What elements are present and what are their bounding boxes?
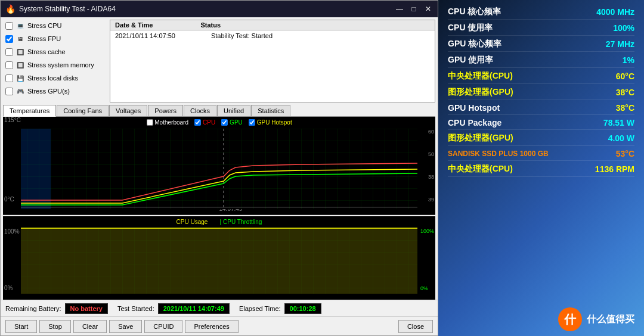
stress-gpu-checkbox[interactable] (5, 88, 13, 95)
stat-gpu-usage-label: GPU 使用率 (448, 55, 493, 66)
minimize-button[interactable]: — (395, 4, 404, 14)
fpu-icon: 🖥 (16, 34, 25, 43)
cpuid-button[interactable]: CPUID (144, 320, 182, 333)
right-panel: CPU 核心频率 4000 MHz CPU 使用率 100% GPU 核心频率 … (438, 0, 644, 336)
cache-icon: 🔲 (16, 47, 25, 57)
close-button[interactable]: ✕ (423, 4, 433, 14)
cpu-icon: 💻 (16, 21, 25, 30)
log-header: Date & Time Status (110, 20, 435, 30)
stat-gpu-usage-value: 1% (623, 55, 634, 65)
svg-rect-3 (21, 129, 51, 209)
stat-cpu-freq-label: CPU 核心频率 (448, 7, 501, 17)
log-entry: 2021/10/11 14:07:50 Stability Test: Star… (110, 30, 435, 41)
stat-gpu-temp-value: 38°C (616, 88, 634, 97)
main-window: 🔥 System Stability Test - AIDA64 — □ ✕ 💻… (0, 0, 438, 336)
watermark: 什 什么值得买 (448, 307, 634, 331)
stat-ssd-temp: SANDISK SSD PLUS 1000 GB 53°C (448, 147, 634, 161)
svg-rect-1 (21, 129, 417, 209)
log-entry-time: 2021/10/11 14:07:50 (115, 32, 175, 39)
stress-memory-checkbox[interactable] (5, 61, 13, 69)
stat-gpu-hotspot: GPU Hotspot 38°C (448, 101, 634, 115)
sidebar: 💻 Stress CPU 🖥 Stress FPU 🔲 Stress cache… (3, 20, 107, 102)
stat-cpu-fan-label: 中央处理器(CPU) (448, 164, 513, 175)
elapsed-value: 00:10:28 (284, 303, 321, 314)
tab-statistics[interactable]: Statistics (251, 105, 290, 116)
stat-cpu-freq: CPU 核心频率 4000 MHz (448, 5, 634, 20)
stat-cpu-fan: 中央处理器(CPU) 1136 RPM (448, 162, 634, 177)
watermark-site-name: 什么值得买 (587, 313, 634, 326)
stats-grid: CPU 核心频率 4000 MHz CPU 使用率 100% GPU 核心频率 … (448, 5, 634, 177)
stress-memory-item: 🔲 Stress system memory (3, 59, 107, 71)
stat-cpu-temp-label: 中央处理器(CPU) (448, 71, 513, 82)
cpu-usage-chart: CPU Usage | CPU Throttling 100% 0% 100% … (3, 216, 435, 300)
temperature-chart: Motherboard CPU GPU GPU Hotspot 115°C (3, 117, 435, 215)
app-icon: 🔥 (5, 4, 16, 14)
start-button[interactable]: Start (5, 320, 37, 333)
stress-fpu-item: 🖥 Stress FPU (3, 33, 107, 45)
stress-fpu-label: Stress FPU (27, 35, 61, 42)
stat-cpu-usage-value: 100% (613, 23, 634, 33)
tab-unified[interactable]: Unified (217, 105, 250, 116)
stat-gpu-freq-value: 27 MHz (606, 39, 634, 49)
tab-temperatures[interactable]: Temperatures (3, 105, 56, 117)
stat-cpu-temp: 中央处理器(CPU) 60°C (448, 69, 634, 84)
tab-powers[interactable]: Powers (148, 105, 183, 116)
stress-cache-item: 🔲 Stress cache (3, 46, 107, 58)
stress-cache-label: Stress cache (27, 48, 66, 55)
stat-cpu-package: CPU Package 78.51 W (448, 116, 634, 130)
stress-cpu-checkbox[interactable] (5, 22, 13, 30)
stat-gpu-power-value: 4.00 W (608, 133, 634, 143)
stat-gpu-power-label: 图形处理器(GPU) (448, 133, 513, 144)
stat-gpu-temp-label: 图形处理器(GPU) (448, 87, 513, 98)
maximize-button[interactable]: □ (409, 4, 419, 14)
stat-gpu-power: 图形处理器(GPU) 4.00 W (448, 131, 634, 146)
watermark-icon: 什 (558, 307, 582, 331)
stat-gpu-freq: GPU 核心频率 27 MHz (448, 37, 634, 52)
battery-value: No battery (65, 303, 108, 314)
stress-fpu-checkbox[interactable] (5, 35, 13, 43)
cpu-chart-svg (3, 216, 435, 300)
stat-gpu-hotspot-label: GPU Hotspot (448, 103, 500, 113)
temp-chart-svg (3, 117, 435, 214)
stress-memory-label: Stress system memory (27, 61, 94, 69)
stat-ssd-temp-label: SANDISK SSD PLUS 1000 GB (448, 150, 549, 158)
stat-cpu-usage: CPU 使用率 100% (448, 21, 634, 36)
save-button[interactable]: Save (109, 320, 142, 333)
battery-label: Remaining Battery: (5, 305, 61, 312)
tab-cooling-fans[interactable]: Cooling Fans (57, 105, 109, 116)
title-bar: 🔥 System Stability Test - AIDA64 — □ ✕ (1, 1, 438, 17)
tab-clocks[interactable]: Clocks (184, 105, 216, 116)
log-entry-status: Stability Test: Started (211, 32, 273, 39)
stat-cpu-package-label: CPU Package (448, 118, 501, 127)
window-title: System Stability Test - AIDA64 (19, 5, 391, 13)
log-col-datetime: Date & Time (115, 21, 153, 29)
stress-cache-checkbox[interactable] (5, 48, 13, 56)
test-started-label: Test Started: (117, 305, 154, 312)
tabs-bar: Temperatures Cooling Fans Voltages Power… (3, 105, 435, 117)
tab-voltages[interactable]: Voltages (109, 105, 147, 116)
app-content: 💻 Stress CPU 🖥 Stress FPU 🔲 Stress cache… (1, 17, 438, 105)
svg-rect-6 (21, 228, 417, 294)
stress-cpu-item: 💻 Stress CPU (3, 20, 107, 32)
stress-gpu-item: 🎮 Stress GPU(s) (3, 85, 107, 97)
charts-section: Temperatures Cooling Fans Voltages Power… (1, 105, 438, 300)
stat-cpu-temp-value: 60°C (616, 71, 634, 81)
preferences-button[interactable]: Preferences (185, 320, 238, 333)
stat-cpu-package-value: 78.51 W (603, 118, 634, 127)
window-controls: — □ ✕ (395, 4, 433, 14)
stop-button[interactable]: Stop (39, 320, 71, 333)
close-button-bottom[interactable]: Close (398, 320, 433, 333)
stress-cpu-label: Stress CPU (27, 22, 61, 29)
memory-icon: 🔲 (16, 60, 25, 70)
status-bar: Remaining Battery: No battery Test Start… (1, 300, 438, 316)
test-started-status: Test Started: 2021/10/11 14:07:49 (117, 303, 230, 314)
clear-button[interactable]: Clear (73, 320, 107, 333)
stat-gpu-temp: 图形处理器(GPU) 38°C (448, 85, 634, 100)
stress-disk-checkbox[interactable] (5, 74, 13, 82)
disk-icon: 💾 (16, 73, 25, 83)
bottom-bar: Start Stop Clear Save CPUID Preferences … (1, 316, 438, 335)
gpu-icon: 🎮 (16, 86, 25, 96)
stat-gpu-hotspot-value: 38°C (616, 103, 634, 113)
elapsed-status: Elapsed Time: 00:10:28 (239, 303, 321, 314)
elapsed-label: Elapsed Time: (239, 305, 281, 312)
